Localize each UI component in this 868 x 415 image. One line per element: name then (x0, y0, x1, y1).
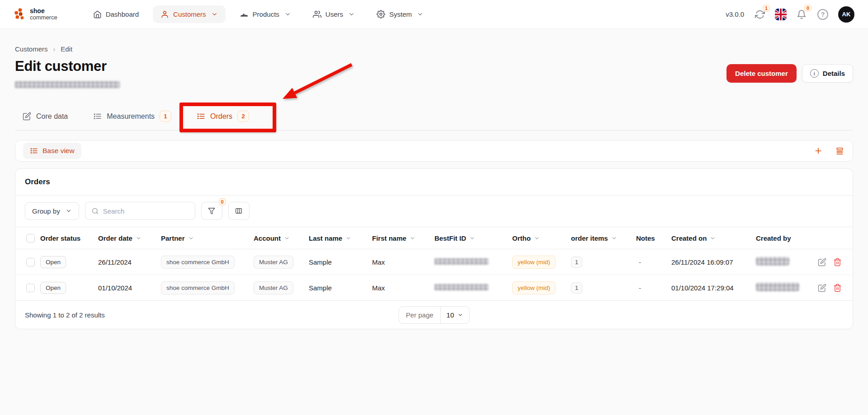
table-controls: Group by 0 (15, 196, 853, 227)
base-view-button[interactable]: Base view (23, 143, 81, 159)
details-button[interactable]: i Details (802, 64, 853, 83)
language-switcher[interactable] (775, 9, 787, 20)
tab-label: Core data (36, 112, 68, 121)
notifications-button[interactable]: 0 (796, 9, 807, 20)
orders-panel: Orders Group by 0 (15, 168, 853, 329)
sort-chevron-icon[interactable] (284, 235, 290, 241)
cell-last-name: Sample (309, 284, 372, 292)
cell-notes: - (636, 284, 671, 292)
nav-item-users[interactable]: Users (305, 5, 363, 23)
column-header-notes: Notes (636, 234, 671, 242)
order-date-value: 01/10/2024 (98, 284, 132, 292)
per-page-select[interactable]: 10 (441, 307, 469, 323)
tab-measurements[interactable]: Measurements1 (91, 105, 173, 130)
sort-chevron-icon[interactable] (534, 235, 540, 241)
select-all-checkbox[interactable] (26, 234, 35, 242)
trash-icon (833, 258, 842, 266)
tab-count-badge: 1 (160, 111, 171, 122)
last-name-value: Sample (309, 284, 332, 292)
column-header-bestfit-id[interactable]: BestFit ID (434, 234, 512, 242)
column-header-label: Ortho (512, 234, 531, 242)
logo-text-line2: commerce (30, 14, 57, 21)
orders-panel-title: Orders (15, 169, 853, 196)
table-row: Open26/11/2024shoe commerce GmbHMuster A… (15, 249, 853, 275)
columns-button[interactable] (228, 202, 250, 220)
delete-customer-button[interactable]: Delete customer (726, 64, 797, 83)
uk-flag-icon (775, 9, 787, 20)
filter-badge: 0 (219, 198, 226, 205)
filter-button[interactable]: 0 (201, 202, 222, 220)
users-icon (313, 10, 321, 19)
account-badge: Muster AG (254, 281, 293, 294)
first-name-value: Max (372, 284, 385, 292)
column-header-label: Created on (671, 234, 707, 242)
created-on-value: 01/10/2024 17:29:04 (671, 284, 734, 292)
breadcrumb-customers[interactable]: Customers (15, 45, 48, 53)
order-items-count: 1 (571, 256, 582, 268)
column-header-last-name[interactable]: Last name (309, 234, 372, 242)
column-header-ortho[interactable]: Ortho (512, 234, 571, 242)
row-checkbox[interactable] (26, 258, 35, 266)
partner-badge: shoe commerce GmbH (161, 281, 235, 294)
sort-chevron-icon[interactable] (469, 235, 475, 241)
bestfit-id-redacted (434, 258, 489, 265)
manage-views-button[interactable] (835, 146, 845, 156)
tab-core-data[interactable]: Core data (21, 105, 70, 130)
header-checkbox-cell (26, 234, 40, 242)
row-checkbox[interactable] (26, 284, 35, 292)
edit-row-button[interactable] (818, 284, 826, 292)
sort-chevron-icon[interactable] (188, 235, 194, 241)
filter-funnel-icon (208, 207, 216, 215)
column-header-label: order items (571, 234, 608, 242)
column-header-created-on[interactable]: Created on (671, 234, 756, 242)
nav-item-dashboard[interactable]: Dashboard (85, 5, 146, 23)
sort-chevron-icon[interactable] (710, 235, 716, 241)
group-by-dropdown[interactable]: Group by (25, 202, 79, 220)
column-header-first-name[interactable]: First name (372, 234, 434, 242)
sort-chevron-icon[interactable] (611, 235, 617, 241)
last-name-value: Sample (309, 258, 332, 266)
created-by-redacted (756, 283, 799, 291)
cell-bestfit-id (434, 258, 512, 266)
shoe-icon (240, 10, 249, 19)
edit-icon (818, 258, 826, 266)
nav-item-system[interactable]: System (369, 5, 431, 23)
column-header-label: First name (372, 234, 406, 242)
row-checkbox-cell (26, 258, 40, 266)
column-header-order-status: Order status (40, 234, 98, 242)
sort-chevron-icon[interactable] (136, 235, 142, 241)
nav-item-label: Customers (173, 10, 206, 18)
delete-row-button[interactable] (833, 284, 842, 292)
chevron-down-icon (211, 11, 218, 18)
sort-chevron-icon[interactable] (345, 235, 351, 241)
bestfit-id-redacted (434, 284, 489, 290)
breadcrumb-edit: Edit (61, 45, 72, 53)
topbar-right-cluster: v3.0.0 1 0 ? AK (726, 6, 854, 23)
header-actions: Delete customer i Details (726, 64, 853, 83)
chevron-down-icon (457, 312, 463, 318)
sort-chevron-icon[interactable] (410, 235, 415, 241)
user-avatar[interactable]: AK (838, 6, 854, 23)
tab-orders[interactable]: Orders2 (195, 105, 251, 130)
column-header-label: Notes (636, 234, 655, 242)
add-view-button[interactable] (813, 145, 824, 156)
delete-row-button[interactable] (833, 258, 842, 266)
column-header-account[interactable]: Account (254, 234, 309, 242)
cell-ortho: yellow (mid) (512, 281, 571, 294)
edit-row-button[interactable] (818, 258, 826, 266)
notifications-badge: 0 (804, 5, 811, 12)
account-badge: Muster AG (254, 256, 293, 269)
sync-button[interactable]: 1 (754, 9, 766, 20)
chevron-down-icon (348, 11, 355, 18)
sync-badge: 1 (763, 5, 770, 12)
nav-item-customers[interactable]: Customers (153, 5, 226, 23)
cell-notes: - (636, 258, 671, 266)
column-header-order-date[interactable]: Order date (98, 234, 161, 242)
search-input[interactable] (103, 207, 189, 215)
help-button[interactable]: ? (816, 8, 829, 21)
column-header-order-items[interactable]: order items (571, 234, 636, 242)
nav-item-products[interactable]: Products (232, 5, 299, 23)
tab-label: Measurements (107, 112, 155, 121)
column-header-partner[interactable]: Partner (161, 234, 254, 242)
cell-bestfit-id (434, 284, 512, 292)
